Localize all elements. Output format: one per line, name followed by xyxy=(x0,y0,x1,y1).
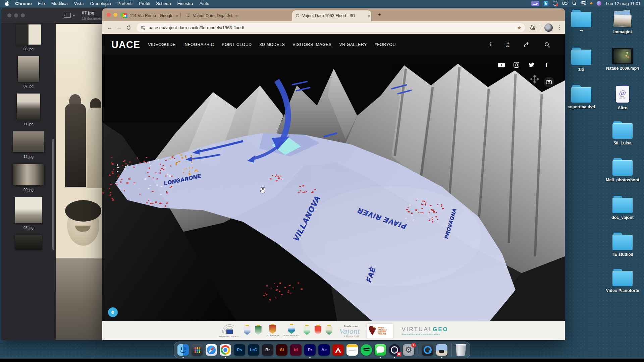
nav-point-cloud[interactable]: POINT CLOUD xyxy=(222,42,252,47)
bookmark-star-icon[interactable]: ★ xyxy=(517,25,522,31)
dock-illustrator-icon[interactable]: Ai xyxy=(276,344,287,356)
back-button[interactable]: ← xyxy=(105,23,114,32)
desktop-icon-te-studios[interactable]: TE studios xyxy=(597,235,644,257)
preview-window-controls[interactable] xyxy=(7,13,25,17)
share-icon[interactable] xyxy=(524,42,530,47)
menu-chrome[interactable]: Chrome xyxy=(15,1,32,6)
dock-messages-icon[interactable] xyxy=(375,344,386,356)
info-icon[interactable]: i xyxy=(490,42,491,48)
dock-spotify-icon[interactable] xyxy=(361,344,372,356)
instagram-icon[interactable] xyxy=(511,59,522,71)
search-icon[interactable] xyxy=(544,42,550,48)
nav-foryou[interactable]: #FORYOU xyxy=(375,42,396,47)
municipal-crest-logo[interactable]: PONTE NELLE ALPI xyxy=(284,325,299,337)
menu-preferiti[interactable]: Preferiti xyxy=(117,1,132,6)
desktop-icon-immagini[interactable]: Immagini xyxy=(597,10,644,34)
screenshot-camera-icon[interactable] xyxy=(544,77,554,87)
menu-vista[interactable]: Vista xyxy=(74,1,84,6)
facebook-icon[interactable]: f xyxy=(541,59,552,71)
new-tab-button[interactable]: + xyxy=(376,11,383,18)
desktop-icon-doc-vajont[interactable]: doc_vajont xyxy=(597,198,644,220)
tab-vajont-dam[interactable]: UACE Vajont Dam, Diga del Vajont - × xyxy=(183,10,239,21)
thumbnail-09-jpg[interactable] xyxy=(13,164,44,185)
link-status-icon[interactable] xyxy=(562,2,568,5)
control-center-icon[interactable] xyxy=(581,1,586,5)
address-bar[interactable]: uace.eu/vajont-dam-sacile/3d-models/1963… xyxy=(137,23,525,32)
siri-icon[interactable] xyxy=(597,1,601,6)
dock-quicktime-icon[interactable] xyxy=(422,344,433,356)
municipal-crest-logo[interactable] xyxy=(315,325,321,337)
thumbnail-12-jpg[interactable] xyxy=(13,131,44,152)
twitter-icon[interactable] xyxy=(526,59,537,71)
menu-modifica[interactable]: Modifica xyxy=(51,1,67,6)
thumbnail-07-jpg[interactable] xyxy=(18,56,39,82)
nav-videoguide[interactable]: VIDEOGUIDE xyxy=(148,42,176,47)
menu-aiuto[interactable]: Aiuto xyxy=(199,1,209,6)
spotlight-search-icon[interactable] xyxy=(572,1,577,6)
dock-acrobat-icon[interactable] xyxy=(332,344,344,356)
menu-bar-clock[interactable]: Lun 12 mag 11:01 xyxy=(606,1,641,6)
browser-menu-icon[interactable]: ⋮ xyxy=(557,24,562,31)
close-tab-icon[interactable]: × xyxy=(366,13,371,18)
dock-finder-icon[interactable] xyxy=(177,344,189,356)
nav-3d-models[interactable]: 3D MODELS xyxy=(260,42,285,47)
dock-preview-icon[interactable] xyxy=(436,344,447,356)
desktop-icon-altro[interactable]: @HTTPAltro xyxy=(597,85,644,110)
thumbnail-08-jpg[interactable] xyxy=(15,197,42,223)
dock-safari-icon[interactable] xyxy=(206,344,217,356)
desktop-icon-natale-2009-mp4[interactable]: Natale 2009.mp4 xyxy=(597,48,644,71)
dock-lightroom-icon[interactable]: LrC xyxy=(248,344,259,356)
preview-window[interactable]: 06.jpg07.jpg11.jpg12.jpg09.jpg08.jpg 07.… xyxy=(1,8,107,340)
preview-titlebar[interactable]: 07.jpg 15 documen xyxy=(1,8,107,24)
municipal-crest-logo[interactable] xyxy=(326,325,332,337)
thumbnail-11-jpg[interactable] xyxy=(17,94,40,120)
sketchfab-logo-icon[interactable] xyxy=(108,307,118,317)
thumbnail-partial[interactable] xyxy=(15,235,42,250)
fondazione-vajont-logo[interactable]: Fondazione Vajont 9 ottobre 1963 xyxy=(339,325,360,337)
reload-button[interactable] xyxy=(124,23,133,32)
menu-scheda[interactable]: Scheda xyxy=(156,1,171,6)
3d-terrain-scene[interactable]: LONGARONEVILLANOVAPIAVE RIVERFAÈPROVAGNA xyxy=(102,55,565,321)
menu-file[interactable]: File xyxy=(38,1,45,6)
forward-button[interactable]: → xyxy=(114,23,124,32)
municipal-crest-logo[interactable] xyxy=(255,325,262,337)
screen-recording-status-icon[interactable] xyxy=(553,1,557,6)
municipal-crest-logo[interactable] xyxy=(304,325,310,337)
minimize-window-button[interactable] xyxy=(113,13,117,17)
close-window-button[interactable] xyxy=(107,13,111,17)
url-text[interactable]: uace.eu/vajont-dam-sacile/3d-models/1963… xyxy=(149,25,517,30)
youtube-icon[interactable] xyxy=(495,59,507,71)
sidebar-toggle-icon[interactable] xyxy=(64,13,75,18)
dock-notes-icon[interactable] xyxy=(346,344,358,356)
dock-indesign-icon[interactable]: Id xyxy=(290,344,302,356)
site-info-icon[interactable] xyxy=(141,26,146,30)
menu-cronologia[interactable]: Cronologia xyxy=(90,1,111,6)
dock-launchpad-icon[interactable] xyxy=(192,344,203,356)
nav-visitors-images[interactable]: VISITORS IMAGES xyxy=(292,42,331,47)
menu-profili[interactable]: Profili xyxy=(139,1,150,6)
nav-vr-gallery[interactable]: VR GALLERY xyxy=(339,42,367,47)
virtualgeo-logo[interactable]: VIRTUALGEO Geomatics and communication xyxy=(401,326,448,335)
nav-infographic[interactable]: INFOGRAPHIC xyxy=(183,42,214,47)
3d-viewer[interactable]: LONGARONEVILLANOVAPIAVE RIVERFAÈPROVAGNA… xyxy=(102,55,565,321)
apple-menu-icon[interactable] xyxy=(5,1,10,6)
thumbnail-06-jpg[interactable] xyxy=(16,24,41,45)
dock-trash-icon[interactable] xyxy=(455,344,467,356)
display-app-status-icon[interactable]: b xyxy=(544,1,548,6)
dock-aftereffects-icon[interactable]: Ae xyxy=(318,344,330,356)
municipal-crest-logo[interactable]: CITTÀ DI SACILE xyxy=(266,325,279,337)
dock-photoshop-icon[interactable]: Ps xyxy=(234,344,245,356)
close-tab-icon[interactable]: × xyxy=(174,13,179,18)
preview-scrollbar[interactable] xyxy=(52,139,54,250)
uace-mini-logo-icon[interactable]: UACE xyxy=(505,42,509,47)
parco-dolomiti-logo[interactable]: PARCO NATURALE DOLOMITI FRIULANE xyxy=(366,323,393,338)
profile-avatar[interactable] xyxy=(544,23,553,32)
desktop-icon-video-pianoforte[interactable]: Video Pianoforte xyxy=(597,271,644,293)
pan-move-icon[interactable] xyxy=(530,75,539,85)
dock-chrome-icon[interactable] xyxy=(220,344,231,356)
dock-premiere-icon[interactable]: Pr xyxy=(304,344,316,356)
dock-obs-icon[interactable] xyxy=(389,344,400,356)
municipal-crest-logo[interactable] xyxy=(244,325,251,337)
eu-parliament-logo[interactable]: PARLAMENTO EUROPEO xyxy=(219,324,239,338)
desktop-icon-50-luisa[interactable]: 50_Luisa xyxy=(597,123,644,145)
